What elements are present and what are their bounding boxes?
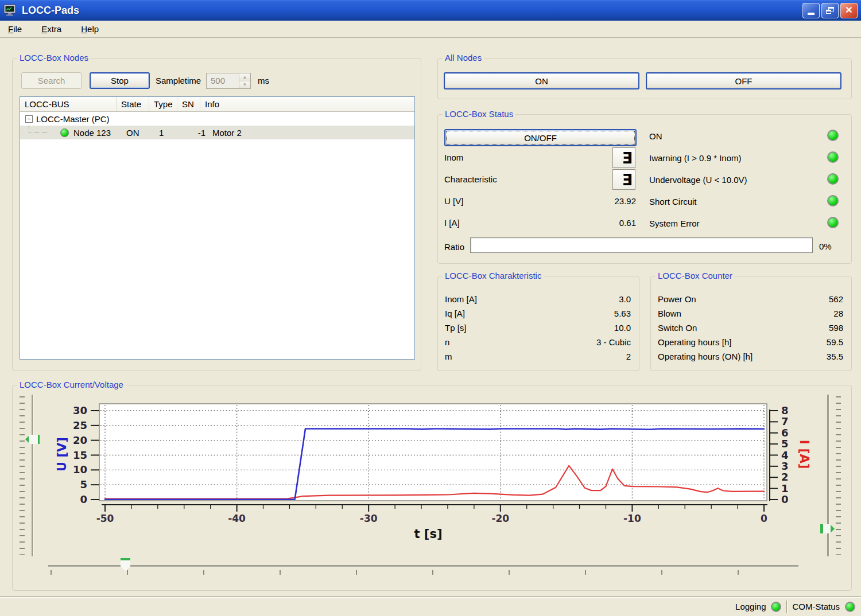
col-sn[interactable]: SN [177, 97, 200, 111]
restore-button[interactable] [821, 3, 839, 18]
svg-text:U [V]: U [V] [55, 437, 69, 471]
svg-text:5: 5 [781, 438, 789, 450]
svg-text:-20: -20 [491, 513, 509, 524]
col-state[interactable]: State [117, 97, 149, 111]
node-info: Motor 2 [208, 128, 242, 138]
left-slider-track[interactable] [32, 395, 33, 556]
col-locc-bus[interactable]: LOCC-BUS [20, 97, 117, 111]
characteristic-group-title: LOCC-Box Charakteristic [443, 271, 544, 280]
svg-text:10: 10 [73, 463, 87, 475]
svg-text:6: 6 [781, 427, 789, 439]
i-label: I [A] [444, 218, 460, 228]
nodes-table-header: LOCC-BUS State Type SN Info [20, 97, 414, 112]
sampletime-spinner[interactable]: 500 ▲ ▼ [206, 73, 251, 89]
minimize-button[interactable] [802, 3, 820, 18]
statusbar-divider [786, 601, 787, 613]
svg-text:30: 30 [73, 404, 87, 416]
table-row-master[interactable]: − LOCC-Master (PC) [20, 112, 414, 126]
status-group-title: LOCC-Box Status [443, 109, 515, 119]
menu-file[interactable]: File [6, 23, 24, 35]
char-row-label: Iq [A] [445, 309, 465, 318]
svg-text:t [s]: t [s] [414, 527, 442, 541]
indicator-on-label: ON [649, 131, 662, 141]
menu-extra[interactable]: Extra [39, 23, 64, 35]
all-nodes-group: All Nodes ON OFF [437, 58, 852, 99]
com-status-led-icon [845, 602, 855, 612]
search-button[interactable]: Search [21, 72, 82, 89]
menu-help[interactable]: Help [79, 23, 101, 35]
counter-row-label: Operating hours [h] [658, 337, 731, 347]
voltage-current-chart: 051015202530012345678-50-40-30-20-100U [… [13, 385, 852, 557]
svg-text:5: 5 [80, 478, 87, 490]
counter-row-label: Power On [658, 294, 696, 304]
counter-row-value: 598 [754, 323, 843, 333]
titlebar[interactable]: LOCC-Pads ✕ [0, 0, 861, 21]
u-value: 23.92 [553, 196, 636, 206]
stop-button[interactable]: Stop [90, 72, 150, 89]
indicator-shortcircuit-label: Short Circuit [649, 197, 697, 206]
svg-text:8: 8 [781, 404, 789, 416]
char-row-label: m [445, 352, 452, 361]
characteristic-group: LOCC-Box Charakteristic Inom [A] 3.0 Iq … [437, 276, 639, 371]
com-status-label: COM-Status [792, 602, 840, 611]
spinner-up-icon[interactable]: ▲ [239, 73, 250, 81]
svg-text:-30: -30 [360, 513, 378, 524]
left-slider-ticks [20, 396, 25, 555]
all-on-button[interactable]: ON [444, 72, 639, 89]
node-state: ON [124, 128, 157, 138]
char-row-value: 2 [541, 352, 631, 361]
logging-label: Logging [735, 602, 766, 611]
counter-row-label: Switch On [658, 323, 697, 333]
counter-group-title: LOCC-Box Counter [656, 271, 735, 280]
table-row-node[interactable]: Node 123 ON 1 -1 Motor 2 [20, 126, 414, 139]
counter-group: LOCC-Box Counter Power On 562 Blown 28 S… [650, 276, 852, 371]
svg-text:1: 1 [781, 482, 789, 494]
menu-file-rest: ile [13, 24, 22, 34]
node-sn: -1 [185, 128, 208, 138]
ratio-percent: 0% [819, 241, 832, 251]
sampletime-value[interactable]: 500 [207, 73, 239, 88]
all-off-button[interactable]: OFF [646, 72, 841, 89]
char-row-label: Inom [A] [445, 294, 477, 304]
time-slider-handle[interactable] [121, 558, 130, 571]
svg-text:15: 15 [73, 449, 87, 461]
characteristic-selector-button[interactable]: Ǝ [612, 169, 635, 190]
svg-text:I [A]: I [A] [797, 440, 811, 469]
svg-text:25: 25 [73, 419, 87, 431]
spinner-down-icon[interactable]: ▼ [239, 81, 250, 89]
inom-label: Inom [444, 153, 463, 162]
onoff-button[interactable]: ON/OFF [444, 129, 637, 146]
sampletime-label: Sampletime [156, 76, 201, 85]
time-slider-track[interactable] [48, 565, 798, 567]
ratio-label: Ratio [444, 242, 464, 252]
svg-text:7: 7 [781, 415, 789, 427]
node-status-led-icon [60, 128, 69, 137]
menu-extra-accel: E [41, 24, 47, 34]
logging-led-icon [771, 602, 781, 612]
menubar: File Extra Help [0, 21, 861, 38]
window-title: LOCC-Pads [22, 5, 79, 17]
shortcircuit-led-icon [827, 195, 839, 206]
close-button[interactable]: ✕ [840, 3, 858, 18]
menu-help-accel: H [81, 24, 87, 34]
collapse-icon[interactable]: − [25, 115, 33, 123]
svg-text:-50: -50 [96, 513, 114, 524]
nodes-group-title: LOCC-Box Nodes [17, 53, 91, 63]
inom-selector-button[interactable]: Ǝ [612, 147, 635, 168]
nodes-table: LOCC-BUS State Type SN Info − LOCC-Maste… [20, 96, 415, 360]
i-value: 0.61 [553, 218, 636, 228]
restore-icon [826, 7, 834, 14]
char-row-value: 10.0 [541, 323, 631, 333]
col-info[interactable]: Info [200, 97, 414, 111]
node-type: 1 [157, 128, 185, 138]
undervoltage-led-icon [827, 173, 839, 185]
indicator-iwarning-label: Iwarning (I > 0.9 * Inom) [649, 153, 742, 163]
svg-text:0: 0 [761, 513, 767, 524]
all-nodes-title: All Nodes [443, 53, 484, 63]
counter-row-value: 28 [754, 309, 843, 318]
counter-row-value: 562 [754, 294, 843, 304]
counter-row-value: 59.5 [754, 337, 843, 347]
col-type[interactable]: Type [149, 97, 177, 111]
nodes-group: LOCC-Box Nodes Search Stop Sampletime 50… [12, 58, 421, 371]
svg-text:4: 4 [781, 449, 789, 461]
